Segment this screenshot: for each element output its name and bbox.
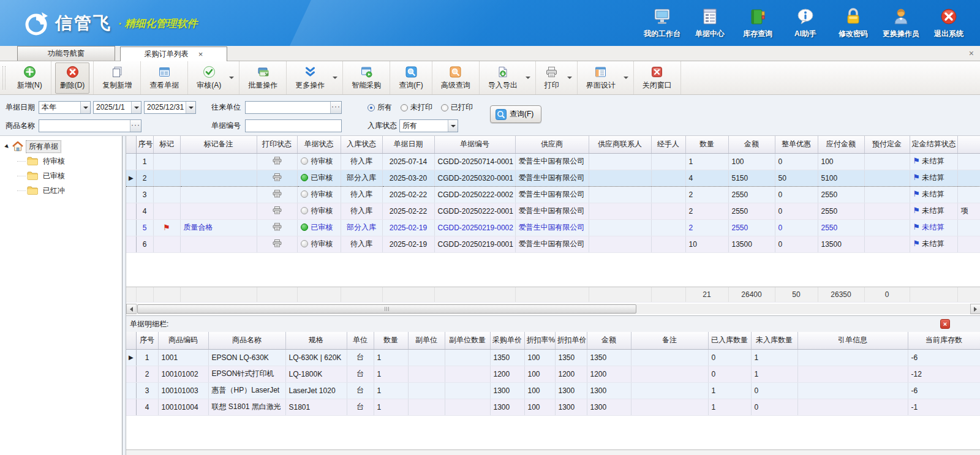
orders-col-header[interactable]: 整单优惠 [775, 136, 818, 153]
orders-col-header[interactable]: 数量 [685, 136, 728, 153]
orders-col-header[interactable]: 定金结算状态 [910, 136, 957, 153]
order-row[interactable]: 1待审核待入库2025-07-14CGDD-20250714-0001爱普生中国… [126, 153, 980, 170]
quick-action-workbench[interactable]: 我的工作台 [638, 6, 686, 39]
toolbar-query-button[interactable]: 查询(F) [390, 61, 432, 94]
toolbar-ui-design-button[interactable]: 界面设计 [578, 61, 634, 94]
tab-orders[interactable]: 采购订单列表× [120, 47, 227, 61]
quick-action-ai[interactable]: AI助手 [782, 6, 829, 39]
toolbar-delete-button[interactable]: 删除(D) [51, 61, 94, 94]
scrollbar-thumb[interactable] [137, 304, 636, 314]
tabstrip-close-icon[interactable]: × [969, 48, 974, 58]
orders-col-header[interactable]: 标记 [153, 136, 180, 153]
toolbar-close-win-button[interactable]: 关闭窗口 [634, 61, 681, 94]
orders-col-header[interactable]: 打印状态 [257, 136, 297, 153]
detail-col-header[interactable]: 序号 [136, 332, 158, 349]
detail-row[interactable]: 3100101003惠普（HP）LaserJetLaserJet 1020台11… [126, 382, 980, 399]
detail-col-header[interactable]: 当前库存数 [908, 332, 980, 349]
print-radio-未打印[interactable]: 未打印 [401, 102, 432, 113]
chevron-down-icon[interactable] [229, 77, 234, 79]
scroll-right-icon[interactable] [970, 304, 980, 314]
detail-col-header[interactable]: 商品名称 [208, 332, 285, 349]
orders-col-header[interactable]: 金额 [728, 136, 775, 153]
detail-col-header[interactable]: 规格 [285, 332, 347, 349]
orders-col-header[interactable]: 单据状态 [297, 136, 341, 153]
quick-action-inventory[interactable]: 库存查询 [734, 6, 782, 39]
toolbar-view-doc-button[interactable]: 查看单据 [141, 61, 188, 94]
detail-col-header[interactable]: 数量 [374, 332, 408, 349]
detail-col-header[interactable]: 折扣率% [524, 332, 555, 349]
ellipsis-button[interactable]: ··· [130, 120, 141, 132]
chevron-down-icon[interactable] [526, 77, 530, 79]
order-row[interactable]: 5⚑质量合格已审核部分入库2025-02-19CGDD-20250219-000… [126, 219, 980, 236]
partner-input[interactable] [246, 102, 330, 113]
detail-col-header[interactable]: 已入库数量 [708, 332, 751, 349]
print-radio-已打印[interactable]: 已打印 [441, 102, 473, 113]
storage-select[interactable]: 所有 [399, 119, 458, 132]
quick-action-operator[interactable]: 更换操作员 [877, 6, 925, 39]
detail-col-header[interactable]: 备注 [631, 332, 708, 349]
date-range-select[interactable]: 本年 [39, 101, 91, 114]
orders-col-header[interactable]: 入库状态 [341, 136, 382, 153]
tree-item-pending[interactable]: 待审核 [0, 154, 122, 168]
orders-col-header[interactable]: 预付定金 [864, 136, 910, 153]
number-input[interactable] [246, 120, 341, 132]
orders-col-header[interactable]: 单据日期 [382, 136, 434, 153]
chevron-down-icon[interactable] [624, 77, 628, 79]
toolbar-audit-button[interactable]: 审核(A) [188, 61, 239, 94]
orders-col-header[interactable]: 单据编号 [434, 136, 515, 153]
order-row[interactable]: 3待审核待入库2025-02-22CGDD-20250222-0002爱普生中国… [126, 186, 980, 203]
quick-action-exit[interactable]: 退出系统 [925, 6, 973, 39]
toolbar-smart-buy-button[interactable]: 智能采购 [343, 61, 390, 94]
detail-col-header[interactable]: 副单位 [408, 332, 445, 349]
orders-col-header[interactable]: 应付金额 [818, 136, 864, 153]
chevron-down-icon[interactable] [333, 77, 337, 79]
chevron-down-icon[interactable] [131, 102, 141, 113]
tab-nav[interactable]: 功能导航窗 [17, 46, 115, 61]
chevron-down-icon[interactable] [567, 77, 572, 79]
tree-item-approved[interactable]: 已审核 [0, 168, 122, 183]
date-from-select[interactable]: 2025/1/1 [93, 101, 141, 114]
toolbar-adv-query-button[interactable]: 高级查询 [432, 61, 480, 94]
orders-col-header[interactable] [957, 136, 980, 153]
orders-col-header[interactable]: 标记备注 [180, 136, 257, 153]
tree-item-all[interactable]: ▶所有单据 [0, 139, 122, 154]
toolbar-batch-button[interactable]: 批量操作 [239, 61, 287, 94]
chevron-down-icon[interactable] [448, 120, 458, 132]
chevron-down-icon[interactable] [186, 102, 195, 113]
detail-row[interactable]: ▶11001EPSON LQ-630KLQ-630K | 620K台113501… [126, 349, 980, 366]
scroll-left-icon[interactable] [126, 304, 137, 314]
detail-col-header[interactable]: 金额 [587, 332, 631, 349]
ellipsis-button[interactable]: ··· [330, 102, 341, 113]
print-radio-所有[interactable]: 所有 [368, 102, 392, 113]
query-button[interactable]: 查询(F) [490, 105, 541, 123]
tab-close-icon[interactable]: × [198, 51, 203, 58]
close-icon[interactable]: × [940, 319, 950, 329]
orders-col-header[interactable]: 供应商 [515, 136, 589, 153]
toolbar-more-button[interactable]: 更多操作 [287, 61, 343, 94]
chevron-down-icon[interactable] [80, 102, 90, 113]
orders-col-header[interactable]: 序号 [136, 136, 153, 153]
detail-row[interactable]: 2100101002EPSON针式打印机LQ-1800K台11200100120… [126, 366, 980, 382]
toolbar-add-button[interactable]: 新增(N) [9, 61, 51, 94]
order-row[interactable]: 4待审核待入库2025-02-22CGDD-20250222-0001爱普生中国… [126, 203, 980, 219]
order-row[interactable]: ▶2已审核部分入库2025-03-20CGDD-20250320-0001爱普生… [126, 170, 980, 186]
toolbar-imp-exp-button[interactable]: 导入导出 [480, 61, 536, 94]
order-row[interactable]: 6待审核待入库2025-02-19CGDD-20250219-0001爱普生中国… [126, 236, 980, 252]
detail-col-header[interactable]: 未入库数量 [751, 332, 797, 349]
detail-col-header[interactable]: 单位 [347, 332, 374, 349]
product-input[interactable] [39, 120, 130, 132]
detail-col-header[interactable]: 折扣单价 [555, 332, 587, 349]
detail-col-header[interactable]: 商品编码 [158, 332, 208, 349]
detail-row[interactable]: 4100101004联想 S1801 黑白激光S1801台11300100130… [126, 399, 980, 415]
detail-col-header[interactable]: 引单信息 [797, 332, 908, 349]
tree-item-reversed[interactable]: 已红冲 [0, 183, 122, 198]
horizontal-scrollbar[interactable] [126, 304, 980, 314]
orders-col-header[interactable]: 经手人 [651, 136, 685, 153]
orders-col-header[interactable]: 供应商联系人 [589, 136, 651, 153]
tree-expander-icon[interactable]: ▶ [3, 142, 12, 151]
detail-col-header[interactable]: 副单位数量 [445, 332, 490, 349]
toolbar-print-button[interactable]: 打印 [536, 61, 578, 94]
quick-action-password[interactable]: 修改密码 [829, 6, 877, 39]
detail-bottom-scrollbar[interactable] [126, 449, 980, 455]
date-to-select[interactable]: 2025/12/31 [144, 101, 196, 114]
